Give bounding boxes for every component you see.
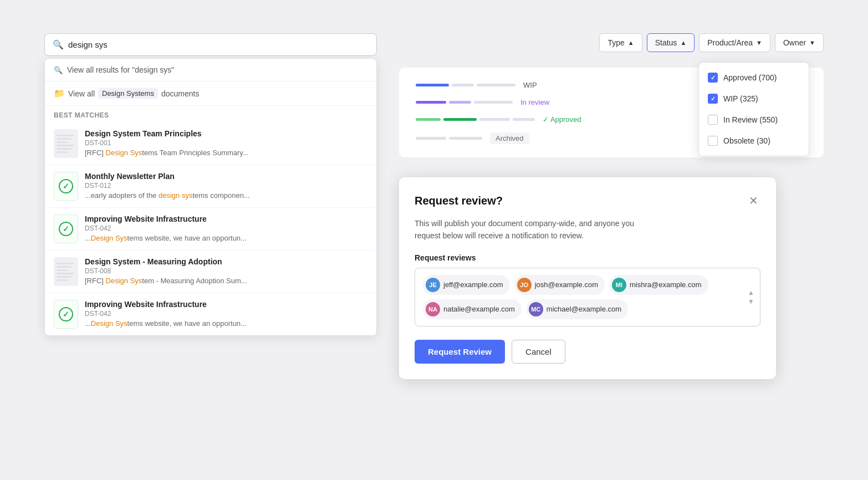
in-review-label: In Review (550)	[723, 115, 778, 124]
status-option-in-review[interactable]: In Review (550)	[699, 109, 809, 130]
type-chevron-icon: ▲	[628, 39, 634, 46]
check-circle-3: ✓	[59, 222, 73, 236]
checkbox-wip[interactable]: ✓	[708, 94, 718, 104]
status-filter-button[interactable]: Status ▲	[647, 33, 695, 52]
result-title-5: Improving Website Infrastructure	[85, 300, 367, 309]
reviewer-email-natalie: natalie@example.com	[443, 305, 515, 313]
cancel-button[interactable]: Cancel	[512, 340, 565, 364]
approved-bar-2	[443, 118, 477, 121]
request-review-button[interactable]: Request Review	[415, 340, 505, 364]
modal-title: Request review?	[415, 195, 503, 207]
status-filter-label: Status	[655, 38, 677, 47]
approved-bar-3	[479, 118, 510, 121]
modal-description: This will publish your document company-…	[415, 217, 760, 242]
highlight-5: Design Sys	[91, 319, 127, 328]
archived-bar-label: Archived	[490, 132, 529, 144]
avatar-natalie: NA	[426, 302, 440, 316]
checkbox-in-review[interactable]	[708, 115, 718, 125]
wip-bar-2	[452, 84, 474, 86]
result-item-5[interactable]: ✓ Improving Website Infrastructure DST-0…	[45, 293, 376, 335]
product-area-filter-button[interactable]: Product/Area ▼	[699, 33, 770, 52]
request-reviews-label: Request reviews	[415, 253, 760, 262]
reviewer-chip-natalie: NA natalie@example.com	[423, 299, 522, 319]
view-all-documents-row[interactable]: 📁 View all Design Systems documents	[45, 81, 376, 106]
archived-bar-2	[449, 137, 482, 140]
search-icon: 🔍	[53, 39, 64, 50]
reviewer-email-mishra: mishra@example.com	[630, 280, 702, 289]
result-item[interactable]: Design System Team Principles DST-001 [R…	[45, 122, 376, 165]
approved-bar-4	[513, 118, 535, 121]
reviewers-row-2: NA natalie@example.com MC michael@exampl…	[423, 299, 752, 319]
reviewer-chip-jeff: JE jeff@example.com	[423, 275, 510, 295]
approved-label: Approved (700)	[723, 73, 777, 82]
result-item-2[interactable]: ✓ Monthly Newsletter Plan DST-012 ...ear…	[45, 165, 376, 208]
result-title-3: Improving Website Infrastructure	[85, 215, 367, 223]
search-box: 🔍	[44, 33, 377, 56]
result-id-2: DST-012	[85, 182, 367, 190]
close-modal-button[interactable]: ✕	[747, 193, 760, 208]
check-circle-5: ✓	[59, 307, 73, 321]
reviewer-chip-mishra: MI mishra@example.com	[609, 275, 708, 295]
result-info-4: Design System - Measuring Adoption DST-0…	[85, 257, 367, 285]
status-option-obsolete[interactable]: Obsolete (30)	[699, 130, 809, 151]
search-input[interactable]	[68, 40, 369, 49]
result-item-4[interactable]: Design System - Measuring Adoption DST-0…	[45, 251, 376, 293]
archived-bar-1	[416, 137, 446, 140]
approved-bar-label: ✓ Approved	[543, 115, 581, 124]
type-filter-button[interactable]: Type ▲	[599, 33, 642, 52]
product-area-filter-label: Product/Area	[707, 38, 753, 47]
result-info-2: Monthly Newsletter Plan DST-012 ...early…	[85, 172, 367, 200]
view-all-results-row[interactable]: 🔍 View all results for "design sys"	[45, 59, 376, 81]
result-title-2: Monthly Newsletter Plan	[85, 172, 367, 181]
result-info-5: Improving Website Infrastructure DST-042…	[85, 300, 367, 328]
checkbox-obsolete[interactable]	[708, 136, 718, 146]
design-systems-chip: Design Systems	[98, 88, 158, 99]
request-review-modal: Request review? ✕ This will publish your…	[399, 177, 776, 379]
owner-filter-label: Owner	[783, 38, 806, 47]
wip-bar-3	[477, 84, 515, 86]
highlight-4: Design Sys	[106, 277, 142, 285]
in-review-bar-2	[449, 101, 471, 104]
status-dropdown: ✓ Approved (700) ✓ WIP (325) In Review (…	[698, 62, 809, 156]
highlight-2: design sys	[159, 191, 192, 200]
folder-icon: 📁	[54, 88, 65, 99]
owner-filter-button[interactable]: Owner ▼	[775, 33, 824, 52]
wip-bar-1	[416, 84, 449, 86]
reviewer-chip-josh: JO josh@example.com	[514, 275, 605, 295]
result-thumb-4	[54, 257, 78, 286]
filters-bar: Type ▲ Status ▲ Product/Area ▼ Owner ▼	[399, 33, 824, 52]
result-id-5: DST-042	[85, 310, 367, 318]
search-panel: 🔍 🔍 View all results for "design sys" 📁 …	[44, 33, 377, 336]
in-review-bars	[416, 101, 513, 104]
screen: 🔍 🔍 View all results for "design sys" 📁 …	[0, 0, 868, 480]
result-id-4: DST-008	[85, 267, 367, 275]
approved-bars	[416, 118, 535, 121]
right-panel: Type ▲ Status ▲ Product/Area ▼ Owner ▼ ✓	[399, 33, 824, 379]
status-option-wip[interactable]: ✓ WIP (325)	[699, 88, 809, 109]
search-dropdown: 🔍 View all results for "design sys" 📁 Vi…	[44, 58, 377, 336]
owner-chevron-icon: ▼	[809, 39, 815, 46]
checkmark-wip: ✓	[711, 95, 716, 103]
type-filter-label: Type	[607, 38, 624, 47]
result-id-3: DST-042	[85, 224, 367, 232]
reviewers-box[interactable]: JE jeff@example.com JO josh@example.com …	[415, 268, 760, 326]
checkbox-approved[interactable]: ✓	[708, 73, 718, 83]
result-snippet-1: [RFC] Design Systems Team Principles Sum…	[85, 149, 367, 157]
in-review-bar-3	[474, 101, 513, 104]
result-snippet-3: ...Design Systems website, we have an op…	[85, 234, 367, 242]
result-snippet-4: [RFC] Design System - Measuring Adoption…	[85, 277, 367, 285]
status-option-approved[interactable]: ✓ Approved (700)	[699, 67, 809, 88]
highlight-3: Design Sys	[91, 234, 127, 242]
search-small-icon: 🔍	[54, 66, 63, 74]
scroll-handle[interactable]: ▲ ▼	[748, 289, 754, 305]
result-snippet-5: ...Design Systems website, we have an op…	[85, 319, 367, 328]
result-item-3[interactable]: ✓ Improving Website Infrastructure DST-0…	[45, 208, 376, 251]
avatar-michael: MC	[529, 302, 543, 316]
view-all-results-label: View all results for "design sys"	[67, 65, 174, 74]
result-snippet-2: ...early adopters of the design systems …	[85, 191, 367, 200]
reviewer-chip-michael: MC michael@example.com	[526, 299, 628, 319]
in-review-bar-1	[416, 101, 446, 104]
result-title-4: Design System - Measuring Adoption	[85, 257, 367, 266]
result-thumb-1	[54, 129, 78, 158]
approved-bar-1	[416, 118, 441, 121]
